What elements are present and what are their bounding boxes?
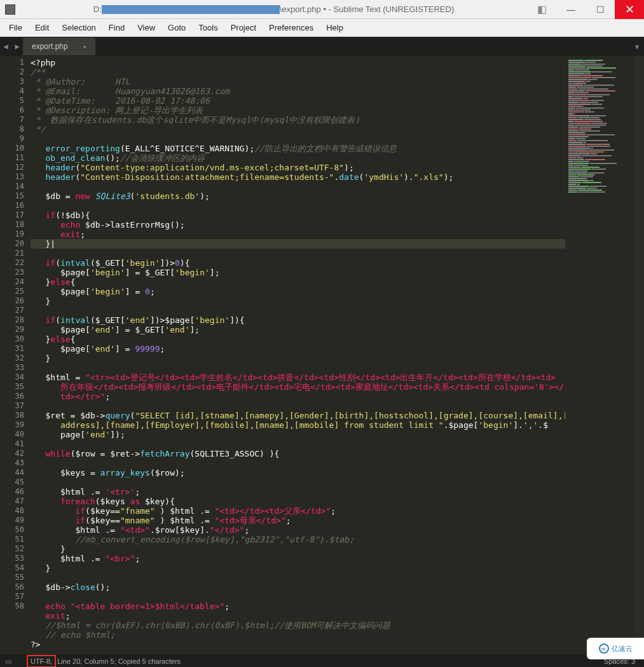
code-editor[interactable]: <?php/** * @Author: HTL * @Email: Huangy… (31, 56, 565, 654)
minimap[interactable] (565, 56, 635, 654)
app-icon (5, 4, 15, 15)
menu-bar: File Edit Selection Find View Goto Tools… (0, 19, 644, 37)
tab-row: ◀ ▶ export.php ● ▼ (0, 37, 644, 56)
editor-area: 1234567891011121314151617181920212223242… (0, 56, 644, 654)
window-buttons: ◧ — ☐ ✕ (527, 0, 644, 19)
close-button[interactable]: ✕ (615, 0, 644, 19)
menu-preferences[interactable]: Preferences (263, 20, 320, 35)
scrollbar[interactable] (635, 56, 644, 654)
watermark-icon: ∞ (599, 643, 609, 654)
tab-prev-icon[interactable]: ◀ (0, 38, 11, 55)
status-bar: ▭ UTF-8, Line 20, Column 5; Copied 5 cha… (0, 654, 644, 667)
menu-goto[interactable]: Goto (161, 20, 192, 35)
cursor-position: Line 20, Column 5; Copied 5 characters (57, 657, 181, 665)
window-title: D:\export.php • - Sublime Text (UNREGIST… (20, 4, 527, 15)
menu-file[interactable]: File (3, 20, 29, 35)
tab-label: export.php (32, 42, 68, 51)
menu-find[interactable]: Find (102, 20, 131, 35)
menu-help[interactable]: Help (320, 20, 350, 35)
file-tab[interactable]: export.php ● (23, 38, 95, 55)
path-prefix: D: (93, 4, 102, 14)
menu-edit[interactable]: Edit (29, 20, 55, 35)
tab-next-icon[interactable]: ▶ (11, 38, 23, 55)
title-filename: \export.php • - Sublime Text (UNREGISTER… (280, 4, 455, 14)
watermark-text: 亿速云 (612, 644, 633, 654)
menu-view[interactable]: View (131, 20, 161, 35)
help-icon[interactable]: ◧ (527, 0, 556, 19)
line-gutter: 1234567891011121314151617181920212223242… (0, 56, 31, 654)
status-icon: ▭ (5, 657, 11, 666)
encoding-indicator[interactable]: UTF-8, (28, 656, 55, 666)
maximize-button[interactable]: ☐ (586, 0, 615, 19)
title-bar: D:\export.php • - Sublime Text (UNREGIST… (0, 0, 644, 19)
menu-tools[interactable]: Tools (192, 20, 224, 35)
path-hidden-region (102, 5, 280, 14)
minimize-button[interactable]: — (556, 0, 586, 19)
menu-selection[interactable]: Selection (55, 20, 102, 35)
menu-project[interactable]: Project (224, 20, 263, 35)
tab-dirty-icon: ● (83, 44, 86, 50)
watermark-badge: ∞ 亿速云 (587, 638, 644, 659)
tab-menu-icon[interactable]: ▼ (635, 43, 639, 50)
